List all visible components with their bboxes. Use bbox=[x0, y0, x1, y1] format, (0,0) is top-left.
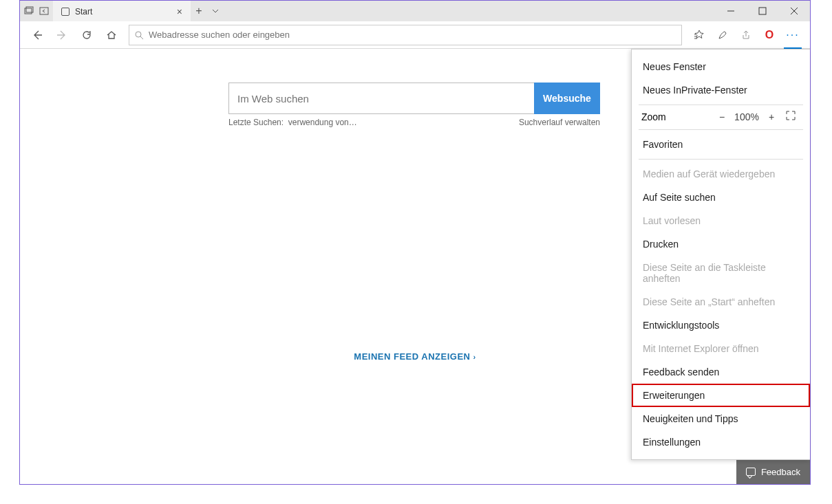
tabs-aside-icon[interactable] bbox=[24, 6, 34, 16]
web-search-button[interactable]: Websuche bbox=[534, 83, 600, 114]
menu-zoom-row: Zoom − 100% + bbox=[632, 108, 810, 127]
menu-extensions[interactable]: Erweiterungen bbox=[632, 384, 810, 407]
menu-separator bbox=[639, 105, 803, 105]
share-button[interactable] bbox=[734, 23, 758, 47]
menu-print[interactable]: Drucken bbox=[632, 232, 810, 256]
feedback-button[interactable]: Feedback bbox=[736, 459, 810, 484]
zoom-out-button[interactable]: − bbox=[712, 111, 732, 122]
more-menu: Neues Fenster Neues InPrivate-Fenster Zo… bbox=[631, 49, 810, 460]
menu-separator bbox=[639, 159, 803, 160]
minimize-button[interactable] bbox=[715, 1, 747, 21]
search-icon bbox=[129, 30, 149, 40]
browser-window: Start × + O ··· bbox=[19, 0, 811, 485]
tabs-chevron-icon[interactable] bbox=[207, 1, 224, 21]
back-button[interactable] bbox=[25, 23, 49, 47]
menu-find[interactable]: Auf Seite suchen bbox=[632, 186, 810, 209]
svg-rect-3 bbox=[759, 8, 766, 14]
menu-favorites[interactable]: Favoriten bbox=[632, 133, 810, 156]
opera-extension-icon[interactable]: O bbox=[758, 23, 781, 47]
menu-separator bbox=[639, 129, 803, 130]
last-searches-label: Letzte Suchen: bbox=[228, 118, 284, 127]
new-tab-button[interactable]: + bbox=[191, 1, 207, 21]
zoom-value: 100% bbox=[732, 111, 762, 122]
favorites-hub-button[interactable] bbox=[687, 23, 711, 47]
notes-button[interactable] bbox=[711, 23, 734, 47]
maximize-button[interactable] bbox=[747, 1, 778, 21]
navbar: O ··· bbox=[20, 21, 810, 49]
fullscreen-button[interactable] bbox=[781, 111, 800, 122]
svg-rect-2 bbox=[40, 8, 48, 14]
zoom-in-button[interactable]: + bbox=[762, 111, 781, 122]
forward-button[interactable] bbox=[50, 23, 74, 47]
menu-news-tips[interactable]: Neuigkeiten und Tipps bbox=[632, 407, 810, 430]
menu-send-feedback[interactable]: Feedback senden bbox=[632, 360, 810, 384]
search-meta: Letzte Suchen: verwendung von… Suchverla… bbox=[228, 118, 600, 127]
browser-tab[interactable]: Start × bbox=[53, 1, 191, 21]
window-controls bbox=[715, 1, 810, 21]
menu-settings[interactable]: Einstellungen bbox=[632, 430, 810, 454]
more-menu-button[interactable]: ··· bbox=[781, 23, 804, 47]
menu-new-window[interactable]: Neues Fenster bbox=[632, 55, 810, 78]
tab-title: Start bbox=[75, 7, 171, 17]
close-tab-icon[interactable]: × bbox=[177, 6, 182, 17]
zoom-label: Zoom bbox=[641, 111, 712, 122]
menu-read-aloud: Laut vorlesen bbox=[632, 209, 810, 232]
svg-point-4 bbox=[136, 32, 141, 37]
feedback-icon bbox=[746, 468, 756, 476]
menu-pin-taskbar: Diese Seite an die Taskleiste anheften bbox=[632, 256, 810, 290]
tab-tools bbox=[20, 1, 53, 21]
web-search-box: Websuche bbox=[228, 83, 600, 114]
menu-new-inprivate[interactable]: Neues InPrivate-Fenster bbox=[632, 78, 810, 102]
refresh-button[interactable] bbox=[75, 23, 98, 47]
menu-open-ie: Mit Internet Explorer öffnen bbox=[632, 337, 810, 360]
web-search-input[interactable] bbox=[228, 83, 534, 114]
menu-cast: Medien auf Gerät wiedergeben bbox=[632, 162, 810, 186]
home-button[interactable] bbox=[100, 23, 123, 47]
close-window-button[interactable] bbox=[778, 1, 810, 21]
menu-devtools[interactable]: Entwicklungstools bbox=[632, 314, 810, 337]
address-input[interactable] bbox=[149, 25, 681, 45]
set-aside-icon[interactable] bbox=[39, 6, 49, 16]
chevron-right-icon: › bbox=[473, 353, 476, 361]
address-bar[interactable] bbox=[129, 25, 682, 45]
titlebar: Start × + bbox=[20, 1, 810, 21]
last-search-link[interactable]: verwendung von… bbox=[288, 118, 357, 127]
manage-history-link[interactable]: Suchverlauf verwalten bbox=[519, 118, 600, 127]
menu-pin-start: Diese Seite an „Start“ anheften bbox=[632, 290, 810, 314]
tab-favicon bbox=[61, 8, 70, 16]
